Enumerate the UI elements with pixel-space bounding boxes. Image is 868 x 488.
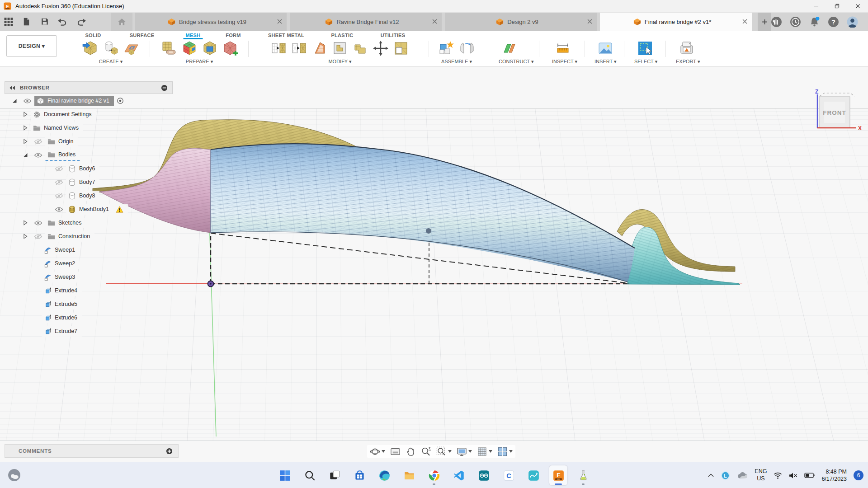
group-menu-select[interactable]: SELECT ▾: [634, 59, 656, 65]
group-menu-prepare[interactable]: PREPARE ▾: [155, 59, 244, 65]
taskbar-microsoft-store-button[interactable]: [350, 465, 368, 485]
undo-button[interactable]: [57, 16, 69, 27]
nav-pan-button[interactable]: [406, 446, 416, 457]
group-menu-insert[interactable]: INSERT ▾: [594, 59, 616, 65]
browser-row-final-ravine-bridge-2-v1[interactable]: Final ravine bridge #2 v1: [12, 94, 173, 108]
document-tab-2[interactable]: Ravine Bridge Final v12: [290, 13, 442, 31]
tool-new-component-button[interactable]: [438, 39, 456, 57]
expander-closed-icon[interactable]: [23, 234, 29, 239]
tab-close-icon[interactable]: [277, 19, 282, 25]
group-menu-construct[interactable]: CONSTRUCT ▾: [499, 59, 520, 65]
expander-closed-icon[interactable]: [23, 112, 29, 117]
group-menu-modify[interactable]: MODIFY ▾: [258, 59, 422, 65]
workspace-selector[interactable]: DESIGN ▾: [6, 35, 57, 57]
group-menu-inspect[interactable]: INSPECT ▾: [552, 59, 574, 65]
new-tab-button[interactable]: [758, 13, 771, 31]
tool-hollow-button[interactable]: [331, 39, 349, 57]
visibility-off-icon[interactable]: [53, 193, 64, 199]
sketch-point-marker[interactable]: [426, 228, 431, 234]
tree-item[interactable]: Extrude7: [42, 326, 82, 337]
group-menu-export[interactable]: EXPORT ▾: [676, 59, 698, 65]
taskbar-task-view-button[interactable]: [326, 465, 344, 485]
tool-combine-button[interactable]: [351, 39, 369, 57]
ribbon-tab-mesh[interactable]: MESH: [184, 32, 203, 39]
tray-onedrive-cloud-button[interactable]: [737, 472, 748, 479]
tool-erase-fill-button[interactable]: [311, 39, 329, 57]
taskbar-clock[interactable]: 8:48 PM6/17/2023: [821, 468, 847, 483]
expander-closed-icon[interactable]: [23, 125, 29, 131]
ribbon-tab-solid[interactable]: SOLID: [83, 32, 103, 39]
tool-generate-face-groups-button[interactable]: [160, 39, 178, 57]
tab-close-icon[interactable]: [432, 19, 437, 25]
collapse-left-icon[interactable]: [9, 86, 15, 90]
save-button[interactable]: [40, 17, 50, 26]
taskbar-windows-start-button[interactable]: [276, 465, 294, 485]
expander-open-icon[interactable]: [12, 98, 18, 103]
minimize-button[interactable]: [806, 0, 826, 12]
group-menu-assemble[interactable]: ASSEMBLE ▾: [434, 59, 479, 65]
file-new-button[interactable]: [21, 17, 33, 27]
tray-chevron-up-button[interactable]: [708, 474, 714, 477]
tool-mesh-section-button[interactable]: [122, 39, 140, 57]
view-cube-top-face[interactable]: [820, 93, 854, 96]
browser-row-body6[interactable]: Body6: [43, 162, 173, 175]
document-tab-4[interactable]: Final ravine bridge #2 v1*: [600, 13, 752, 31]
nav-viewports-button[interactable]: [497, 446, 513, 457]
tool-paint-face-groups-button[interactable]: [180, 39, 198, 57]
tree-item[interactable]: Document Settings: [31, 109, 96, 120]
nav-zoom-button[interactable]: [421, 446, 431, 457]
taskbar-vscode-button[interactable]: [450, 465, 468, 485]
expander-closed-icon[interactable]: [23, 220, 29, 225]
viewport-3d[interactable]: FRONT Z X BROWSER Final ravine bridge #2…: [0, 66, 868, 462]
language-switcher[interactable]: ENGUS: [755, 468, 767, 482]
browser-row-construction[interactable]: Construction: [23, 230, 173, 243]
tree-item[interactable]: Sweep3: [42, 272, 80, 282]
comments-bar[interactable]: COMMENTS: [5, 444, 179, 458]
taskbar-flask-app-button[interactable]: [574, 465, 592, 485]
tree-item[interactable]: Body7: [66, 177, 99, 188]
browser-row-extrude7[interactable]: Extrude7: [33, 324, 173, 338]
close-button[interactable]: [847, 0, 868, 12]
tree-item[interactable]: Construction: [45, 231, 94, 242]
tool-move-button[interactable]: [372, 39, 390, 57]
tree-item[interactable]: MeshBody1: [66, 204, 128, 215]
browser-row-extrude5[interactable]: Extrude5: [33, 297, 173, 311]
browser-collapse-button[interactable]: [161, 84, 168, 91]
job-hand-button[interactable]: [771, 16, 782, 28]
tool-create-mesh-button[interactable]: [102, 39, 120, 57]
taskbar-edge-button[interactable]: [375, 465, 393, 485]
tab-close-icon[interactable]: [742, 19, 747, 25]
browser-row-origin[interactable]: Origin: [23, 135, 173, 148]
tool-select-window-button[interactable]: [636, 39, 654, 57]
ribbon-tab-sheet-metal[interactable]: SHEET METAL: [266, 32, 307, 39]
tool-construct-plane-button[interactable]: [500, 39, 519, 57]
tree-item[interactable]: Origin: [45, 136, 78, 147]
tool-replace-face-button[interactable]: [392, 39, 410, 57]
tray-volume-mute-button[interactable]: [789, 472, 797, 479]
browser-row-body8[interactable]: Body8: [43, 189, 173, 202]
tree-item[interactable]: Named Views: [31, 123, 83, 133]
ground-to-parent-icon[interactable]: [117, 97, 124, 104]
tool-reduce-button[interactable]: [290, 39, 308, 57]
visibility-off-icon[interactable]: [33, 234, 43, 239]
tree-item[interactable]: Bodies: [45, 150, 80, 161]
visibility-off-icon[interactable]: [53, 179, 64, 185]
tree-item[interactable]: Sweep1: [42, 245, 80, 255]
visibility-off-icon[interactable]: [53, 166, 64, 172]
browser-row-body7[interactable]: Body7: [43, 175, 173, 189]
redo-button[interactable]: [76, 16, 89, 27]
tree-item[interactable]: Body6: [66, 164, 99, 174]
visibility-on-icon[interactable]: [33, 220, 43, 226]
browser-row-sweep2[interactable]: Sweep2: [33, 257, 173, 270]
tool-insert-image-button[interactable]: [596, 39, 614, 57]
tool-insert-mesh-button[interactable]: [81, 39, 99, 57]
tree-item[interactable]: Body8: [66, 191, 99, 201]
tool-joint-button[interactable]: [458, 39, 476, 57]
taskbar-sketch-app-button[interactable]: [524, 465, 542, 485]
visibility-off-icon[interactable]: [33, 139, 43, 145]
nav-display-settings-button[interactable]: [457, 446, 472, 457]
tool-remesh-button[interactable]: [270, 39, 288, 57]
taskbar-search-button[interactable]: [301, 465, 319, 485]
view-cube-front-label[interactable]: FRONT: [823, 109, 846, 116]
browser-row-extrude4[interactable]: Extrude4: [33, 284, 173, 297]
